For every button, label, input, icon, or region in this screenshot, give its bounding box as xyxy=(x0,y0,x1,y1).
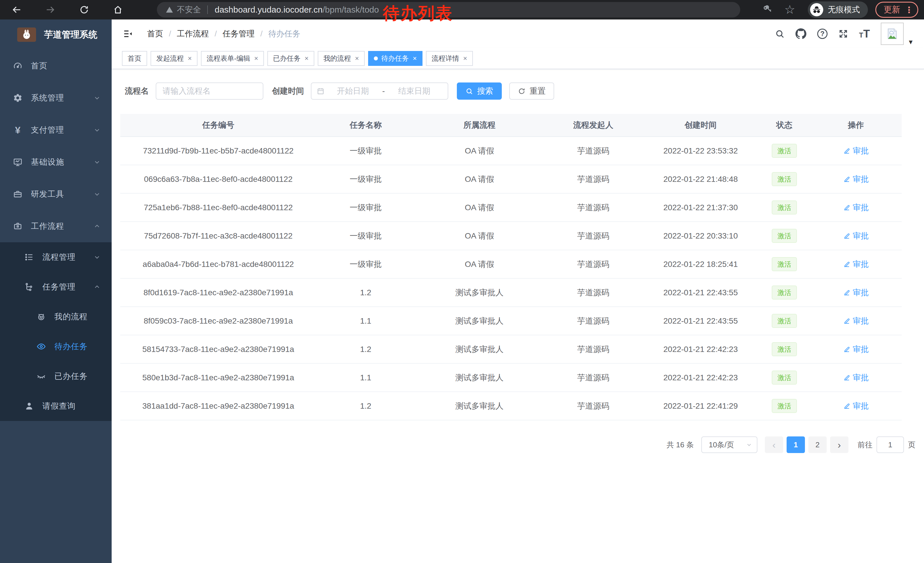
cell-task-name: 一级审批 xyxy=(316,165,415,193)
sidebar-subitem-my-process[interactable]: 我的流程 xyxy=(0,302,112,332)
edit-icon xyxy=(843,147,850,155)
approve-link[interactable]: 审批 xyxy=(843,344,869,355)
table-header-row: 任务编号 任务名称 所属流程 流程发起人 创建时间 状态 操作 xyxy=(120,114,902,137)
sidebar-fold-icon[interactable] xyxy=(122,27,135,40)
cell-status: 激活 xyxy=(759,279,810,306)
tab[interactable]: 流程表单-编辑 × xyxy=(201,51,264,66)
text-size-icon[interactable]: TT xyxy=(859,28,870,40)
approve-link[interactable]: 审批 xyxy=(843,401,869,411)
cell-task-id: 580e1b3d-7ac8-11ec-a9e2-a2380e71991a xyxy=(120,364,316,392)
sidebar-item-system[interactable]: 系统管理 xyxy=(0,82,112,114)
person-icon xyxy=(24,401,35,411)
tab-active-dot-icon xyxy=(374,56,378,60)
toolbox-icon xyxy=(12,189,24,199)
status-badge: 激活 xyxy=(772,285,797,300)
date-range-picker[interactable]: 开始日期 - 结束日期 xyxy=(311,83,448,100)
approve-link[interactable]: 审批 xyxy=(843,174,869,185)
tab[interactable]: 已办任务 × xyxy=(267,51,314,66)
sidebar-item-label: 支付管理 xyxy=(31,125,93,135)
cell-status: 激活 xyxy=(759,250,810,278)
update-button[interactable]: 更新 ⋮ xyxy=(875,2,918,18)
tab[interactable]: 我的流程 × xyxy=(318,51,364,66)
approve-link[interactable]: 审批 xyxy=(843,287,869,298)
tab[interactable]: 首页 xyxy=(122,51,147,66)
cell-initiator: 芋道源码 xyxy=(544,279,643,306)
sidebar-subitem-done-task[interactable]: 已办任务 xyxy=(0,362,112,391)
cell-status: 激活 xyxy=(759,222,810,250)
page-size-select[interactable]: 10条/页 xyxy=(701,437,758,453)
cell-created: 2022-01-22 23:53:32 xyxy=(643,137,759,165)
help-icon[interactable]: ? xyxy=(817,29,828,39)
sidebar-item-infrastructure[interactable]: 基础设施 xyxy=(0,146,112,178)
browser-home-button[interactable] xyxy=(112,3,124,16)
breadcrumb-separator: / xyxy=(261,29,263,38)
browser-menu-dots-icon[interactable]: ⋮ xyxy=(905,5,914,15)
sidebar-item-process-management[interactable]: 流程管理 xyxy=(0,242,112,272)
tab-close-icon[interactable]: × xyxy=(355,54,359,62)
url-text: dashboard.yudao.iocoder.cn/bpm/task/todo xyxy=(214,5,379,15)
tab-close-icon[interactable]: × xyxy=(463,54,467,62)
page-button-2[interactable]: 2 xyxy=(808,437,826,453)
browser-back-button[interactable] xyxy=(10,3,23,16)
table-row: 73211d9d-7b9b-11ec-b5b7-acde48001122 一级审… xyxy=(120,137,902,165)
tab-close-icon[interactable]: × xyxy=(254,54,258,62)
edit-icon xyxy=(843,176,850,183)
sidebar-item-label: 首页 xyxy=(31,60,101,71)
approve-link[interactable]: 审批 xyxy=(843,372,869,383)
breadcrumb-item[interactable]: 任务管理 xyxy=(223,29,255,39)
tab[interactable]: 流程详情 × xyxy=(426,51,473,66)
breadcrumb-item[interactable]: 工作流程 xyxy=(177,29,209,39)
sidebar-item-workflow[interactable]: 工作流程 xyxy=(0,210,112,242)
approve-link[interactable]: 审批 xyxy=(843,315,869,326)
prev-page-button[interactable]: ‹ xyxy=(765,437,783,453)
sidebar-item-home[interactable]: 首页 xyxy=(0,50,112,82)
goto-suffix: 页 xyxy=(908,440,915,450)
sidebar-subitem-todo-task[interactable]: 待办任务 xyxy=(0,332,112,362)
url-path: /bpm/task/todo xyxy=(322,5,379,14)
password-key-icon[interactable] xyxy=(762,5,773,15)
search-button[interactable]: 搜索 xyxy=(457,83,502,100)
next-page-button[interactable]: › xyxy=(830,437,848,453)
content: 流程名 创建时间 开始日期 - 结束日期 搜索 xyxy=(112,69,924,563)
browser-reload-button[interactable] xyxy=(78,3,90,16)
tab-close-icon[interactable]: × xyxy=(304,54,309,62)
process-name-input[interactable] xyxy=(156,83,263,100)
tab-close-icon[interactable]: × xyxy=(188,54,192,62)
browser-forward-button[interactable] xyxy=(44,3,57,16)
approve-link[interactable]: 审批 xyxy=(843,146,869,156)
sidebar-item-payment[interactable]: ¥ 支付管理 xyxy=(0,114,112,146)
approve-link[interactable]: 审批 xyxy=(843,259,869,270)
cell-process: 测试多审批人 xyxy=(415,307,544,335)
filter-bar: 流程名 创建时间 开始日期 - 结束日期 搜索 xyxy=(120,83,915,100)
reset-button[interactable]: 重置 xyxy=(509,83,554,100)
cell-task-id: 8f0d1619-7ac8-11ec-a9e2-a2380e71991a xyxy=(120,279,316,306)
page-button-1[interactable]: 1 xyxy=(787,437,805,453)
cell-task-id: 725a1eb6-7b88-11ec-8ef0-acde48001122 xyxy=(120,194,316,221)
eye-icon xyxy=(36,342,47,351)
status-badge: 激活 xyxy=(772,144,797,158)
goto-page-input[interactable] xyxy=(876,437,904,453)
cell-actions: 审批 xyxy=(810,194,902,221)
sidebar-item-leave-query[interactable]: 请假查询 xyxy=(0,391,112,421)
sidebar-item-task-management[interactable]: 任务管理 xyxy=(0,272,112,302)
approve-link[interactable]: 审批 xyxy=(843,231,869,242)
table-row: 381aa1dd-7ac8-11ec-a9e2-a2380e71991a 1.2… xyxy=(120,392,902,420)
search-icon[interactable] xyxy=(775,29,784,39)
github-icon[interactable] xyxy=(795,29,806,39)
fullscreen-icon[interactable] xyxy=(838,29,848,39)
cell-status: 激活 xyxy=(759,165,810,193)
approve-link[interactable]: 审批 xyxy=(843,202,869,213)
incognito-badge: 无痕模式 xyxy=(808,2,868,18)
avatar[interactable] xyxy=(881,23,904,45)
bookmark-star-icon[interactable]: ☆ xyxy=(784,4,795,16)
sidebar-item-dev-tools[interactable]: 研发工具 xyxy=(0,178,112,210)
tab[interactable]: 发起流程 × xyxy=(151,51,198,66)
avatar-caret-icon[interactable]: ▾ xyxy=(909,38,912,47)
approve-link-label: 审批 xyxy=(853,174,869,185)
table-row: 58154733-7ac8-11ec-a9e2-a2380e71991a 1.2… xyxy=(120,335,902,364)
breadcrumb: 首页 / 工作流程 / 任务管理 / 待办任务 xyxy=(147,29,300,39)
date-end-placeholder: 结束日期 xyxy=(386,86,442,96)
tab-close-icon[interactable]: × xyxy=(413,54,417,62)
tab[interactable]: 待办任务 × xyxy=(368,51,423,66)
breadcrumb-item[interactable]: 首页 xyxy=(147,29,163,39)
